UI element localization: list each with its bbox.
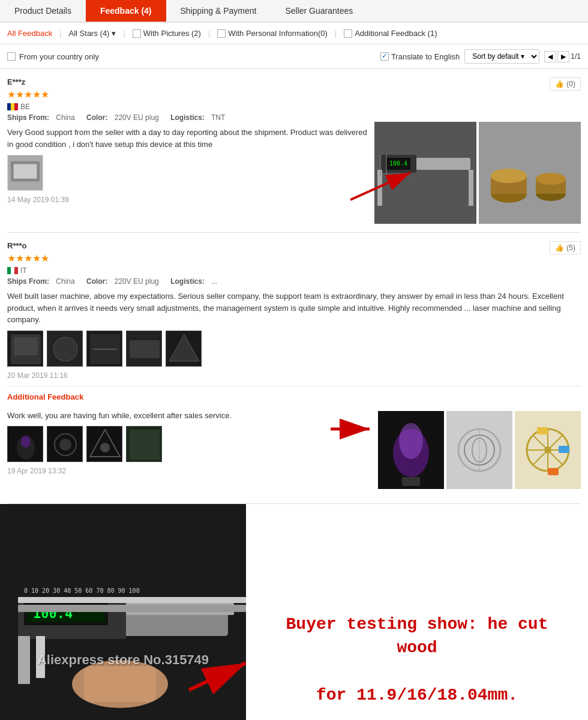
svg-rect-63: [559, 446, 569, 453]
filter-with-personal[interactable]: With Personal Information(0): [217, 29, 327, 38]
reviewer-1-country: BE: [20, 103, 30, 111]
flag-ro-icon: [7, 103, 18, 110]
review-2-text: Well built laser machine, above my expec…: [7, 290, 581, 326]
svg-line-89: [189, 663, 246, 690]
sep2: |: [123, 29, 125, 38]
tab-seller-guarantees[interactable]: Seller Guarantees: [271, 0, 367, 22]
svg-point-18: [536, 173, 566, 185]
review-2-date: 20 Mar 2019 11:16: [7, 371, 581, 380]
reviewer-1-stars: ★★★★★: [7, 89, 49, 100]
sep3: |: [208, 29, 210, 38]
review-2-header: R***o ★★★★★ IT 👍 (5): [7, 241, 581, 275]
svg-rect-74: [36, 636, 45, 678]
big-image-right-panel: Buyer testing show: he cut wood for 11.9…: [246, 504, 588, 721]
review-1-thumbs: [7, 155, 368, 191]
review-2-thumb-3[interactable]: [86, 331, 122, 367]
color-label-1: Color:: [86, 113, 107, 122]
add-thumb-3[interactable]: [86, 426, 122, 462]
country-only-checkbox[interactable]: [7, 52, 16, 61]
svg-rect-23: [14, 337, 38, 355]
filter-with-pictures[interactable]: With Pictures (2): [133, 29, 201, 38]
review-2-color: 220V EU plug: [115, 277, 159, 286]
svg-rect-30: [130, 340, 160, 358]
review-1-ships-from: China: [56, 113, 74, 122]
reviewer-1-flag: BE: [7, 103, 49, 111]
next-page-button[interactable]: ▶: [557, 51, 569, 62]
review-2-logistics: ...: [211, 277, 217, 286]
add-large-3[interactable]: [515, 411, 581, 489]
review-1-right-images: 100.4: [374, 122, 581, 224]
review-1-date: 14 May 2019 01:39: [7, 196, 368, 204]
tab-product-details[interactable]: Product Details: [0, 0, 86, 22]
filter-with-personal-label: With Personal Information(0): [228, 29, 327, 38]
thumbs-up-icon: 👍: [555, 80, 564, 88]
filter-additional[interactable]: Additional Feedback (1): [344, 29, 437, 38]
helpful-2-count: (5): [566, 244, 575, 252]
additional-checkbox[interactable]: [344, 29, 352, 38]
tab-bar: Product Details Feedback (4) Shipping & …: [0, 0, 588, 23]
prev-page-button[interactable]: ◀: [544, 51, 556, 62]
review-2-meta: Ships From: China Color: 220V EU plug Lo…: [7, 277, 581, 286]
review-1-large-2[interactable]: [479, 122, 581, 224]
buyer-title-line1: Buyer testing show: he cut wood: [264, 613, 570, 659]
svg-point-35: [21, 436, 31, 448]
svg-rect-49: [402, 477, 420, 486]
filter-bar-1: All Feedback | All Stars (4) ▾ | With Pi…: [0, 23, 588, 44]
additional-feedback-text: Work well, you are having fun while, exc…: [7, 410, 322, 422]
add-thumb-2[interactable]: [47, 426, 83, 462]
arrow-container: [328, 411, 376, 447]
review-item-2: R***o ★★★★★ IT 👍 (5) Ships From: China C…: [7, 233, 581, 504]
filter-country-label: From your country only: [19, 52, 99, 61]
svg-rect-8: [377, 170, 382, 206]
helpful-1-count: (0): [566, 80, 575, 88]
logistics-label-1: Logistics:: [170, 113, 205, 122]
review-1-color: 220V EU plug: [115, 113, 159, 122]
big-image-row: 100.4 0 10 20 30 40 50 60 70 80 90 100: [0, 504, 588, 721]
additional-feedback-thumbs: [7, 426, 322, 462]
review-2-thumb-1[interactable]: [7, 331, 43, 367]
review-1-meta: Ships From: China Color: 220V EU plug Lo…: [7, 113, 581, 122]
filter-all-feedback[interactable]: All Feedback: [7, 29, 52, 38]
add-thumb-4[interactable]: [126, 426, 162, 462]
add-thumb-1[interactable]: [7, 426, 43, 462]
review-1-large-1[interactable]: 100.4: [374, 122, 476, 224]
translate-checkbox[interactable]: [380, 52, 389, 61]
review-item-1: E***z ★★★★★ BE 👍 (0) Ships From: China C…: [7, 69, 581, 233]
add-large-2[interactable]: [446, 411, 512, 489]
svg-rect-64: [548, 468, 559, 475]
review-1-thumb-1[interactable]: [7, 155, 43, 191]
review-2-thumbs: [7, 331, 581, 367]
translate-button[interactable]: Translate to English: [380, 52, 460, 61]
with-personal-checkbox[interactable]: [217, 29, 226, 38]
svg-text:100.4: 100.4: [389, 160, 407, 167]
reviewer-2-country: IT: [20, 266, 27, 275]
filter-with-pictures-label: With Pictures (2): [143, 29, 201, 38]
big-image-section: 100.4 0 10 20 30 40 50 60 70 80 90 100: [0, 504, 588, 721]
translate-label: Translate to English: [391, 52, 460, 61]
helpful-1-button[interactable]: 👍 (0): [550, 77, 581, 91]
filter-all-stars[interactable]: All Stars (4) ▾: [69, 29, 116, 38]
svg-point-48: [399, 423, 423, 459]
review-1-left: Very Good support from the seller with a…: [7, 122, 368, 224]
with-pictures-checkbox[interactable]: [133, 29, 141, 38]
review-2-thumb-5[interactable]: [166, 331, 202, 367]
reviewer-2-info: R***o ★★★★★ IT: [7, 241, 49, 275]
review-2-thumb-2[interactable]: [47, 331, 83, 367]
right-arrow-icon: [328, 411, 376, 447]
reviewer-2-stars: ★★★★★: [7, 253, 49, 264]
tab-shipping[interactable]: Shipping & Payment: [166, 0, 271, 22]
svg-rect-78: [84, 666, 156, 702]
reviews-section: E***z ★★★★★ BE 👍 (0) Ships From: China C…: [0, 69, 588, 504]
svg-rect-43: [130, 430, 160, 460]
ships-from-label-1: Ships From:: [7, 113, 49, 122]
review-2-thumb-4[interactable]: [126, 331, 162, 367]
add-large-1[interactable]: [378, 411, 444, 489]
tab-feedback[interactable]: Feedback (4): [86, 0, 166, 22]
sort-dropdown[interactable]: Sort by default ▾: [464, 49, 539, 64]
svg-rect-62: [537, 427, 548, 434]
filter-all-stars-label: All Stars (4): [69, 29, 110, 38]
helpful-2-button[interactable]: 👍 (5): [550, 241, 581, 254]
svg-text:0  10  20  30  40  50  60  70 : 0 10 20 30 40 50 60 70 80 90 100: [24, 587, 140, 594]
additional-feedback-label: Additional Feedback: [7, 392, 581, 401]
chevron-down-icon: ▾: [112, 29, 116, 38]
